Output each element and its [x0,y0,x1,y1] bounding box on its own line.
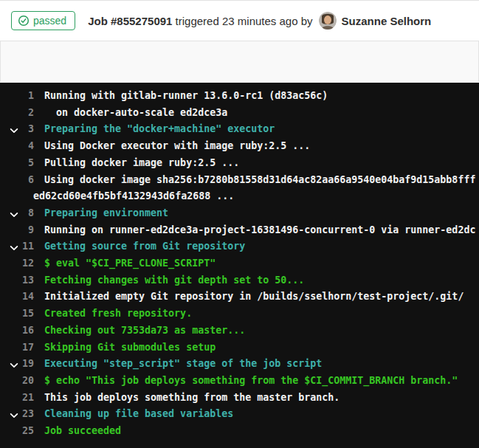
chevron-down-icon[interactable] [9,125,19,135]
status-badge-label: passed [33,14,66,27]
log-line-gutter [0,188,23,205]
line-number-link[interactable]: 23 [22,408,34,419]
line-number-link[interactable]: 3 [28,123,34,134]
log-line-text: Getting source from Git repository [34,238,245,255]
job-header: passed Job #855275091 triggered 23 minut… [0,0,479,41]
log-line: 17Skipping Git submodules setup [0,340,479,356]
status-badge[interactable]: passed [11,11,75,30]
log-line: 25Job succeeded [0,423,479,440]
log-line: 3Preparing the "docker+machine" executor [0,121,479,138]
log-line-gutter: 2 [0,105,34,122]
log-line: 20$ echo "This job deploys something fro… [0,373,479,390]
log-line-text: Pulling docker image ruby:2.5 ... [34,155,239,172]
line-number-link[interactable]: 6 [28,174,34,185]
log-line-gutter: 16 [0,323,34,340]
log-line-text: $ echo "This job deploys something from … [34,373,458,390]
log-line-text: Job succeeded [34,423,121,440]
log-line: 11Getting source from Git repository [0,238,479,255]
log-line-text: This job deploys something from the mast… [34,390,340,407]
log-line-gutter: 3 [0,121,34,138]
chevron-down-icon[interactable] [9,242,19,252]
log-line-gutter: 13 [0,272,34,289]
log-line-text: Executing "step_script" stage of the job… [34,356,322,373]
job-meta: Job #855275091 triggered 23 minutes ago … [88,12,431,30]
log-line: 1Running with gitlab-runner 13.6.0-rc1 (… [0,88,479,105]
log-line: 21This job deploys something from the ma… [0,390,479,407]
job-page: passed Job #855275091 triggered 23 minut… [0,0,479,448]
log-line: 4Using Docker executor with image ruby:2… [0,138,479,155]
status-passed-icon [18,15,30,27]
line-number-link[interactable]: 11 [22,241,34,252]
log-line-text: Checking out 7353da73 as master... [34,323,245,340]
line-number-link[interactable]: 16 [22,325,34,336]
log-line: 13Fetching changes with git depth set to… [0,272,479,289]
line-number-link[interactable]: 15 [22,308,34,319]
line-number-link[interactable]: 20 [22,375,34,386]
log-line-gutter: 25 [0,423,34,440]
log-line-gutter: 8 [0,205,34,222]
log-line-gutter: 1 [0,88,34,105]
log-line: 14Initialized empty Git repository in /b… [0,289,479,306]
line-number-link[interactable]: 9 [28,224,34,235]
log-line-gutter: 21 [0,390,34,407]
log-line: 19Executing "step_script" stage of the j… [0,356,479,373]
line-number-link[interactable]: 1 [28,90,34,101]
log-line-gutter: 19 [0,356,34,373]
log-line-text: Skipping Git submodules setup [34,340,216,356]
log-line-text: Cleaning up file based variables [34,406,233,423]
log-line-text: Initialized empty Git repository in /bui… [34,289,464,306]
line-number-link[interactable]: 2 [28,107,34,118]
user-avatar[interactable] [319,12,337,30]
user-name-link[interactable]: Suzanne Selhorn [342,15,432,27]
line-number-link[interactable]: 25 [22,425,34,436]
log-line-gutter: 15 [0,306,34,323]
log-line-text: on docker-auto-scale ed2dce3a [34,105,227,122]
log-line-text: Running with gitlab-runner 13.6.0-rc1 (d… [34,88,328,105]
log-line-text: Running on runner-ed2dce3a-project-16381… [34,222,475,239]
job-triggered-text: triggered 23 minutes ago by [176,15,313,27]
log-line: 2 on docker-auto-scale ed2dce3a [0,105,479,122]
line-number-link[interactable]: 19 [22,358,34,369]
line-number-link[interactable]: 13 [22,275,34,286]
chevron-down-icon[interactable] [9,410,19,420]
log-line: 9Running on runner-ed2dce3a-project-1638… [0,222,479,239]
log-line-text: Created fresh repository. [34,306,192,323]
line-number-link[interactable]: 8 [28,207,34,218]
line-number-link[interactable]: 17 [22,342,34,353]
log-line-gutter: 14 [0,289,34,306]
log-line: 6Using docker image sha256:b7280b81558d3… [0,172,479,189]
log-line-text: Preparing the "docker+machine" executor [34,121,275,138]
line-number-link[interactable]: 5 [28,157,34,168]
log-line: 12$ eval "$CI_PRE_CLONE_SCRIPT" [0,255,479,272]
log-line: ed62cd60e4fb5bf4132943d6fa2688 ... [0,188,479,205]
job-id: Job #855275091 [88,15,172,27]
log-controls-bar [0,41,479,82]
line-number-link[interactable]: 12 [22,258,34,269]
log-line-gutter: 12 [0,255,34,272]
log-line-gutter: 17 [0,340,34,356]
log-line-text: Fetching changes with git depth set to 5… [34,272,304,289]
log-line-gutter: 4 [0,138,34,155]
log-line-gutter: 23 [0,406,34,423]
log-line-text: Using Docker executor with image ruby:2.… [34,138,310,155]
line-number-link[interactable]: 14 [22,291,34,302]
log-line-text: ed62cd60e4fb5bf4132943d6fa2688 ... [23,188,234,205]
log-line: 15Created fresh repository. [0,306,479,323]
log-line-gutter: 6 [0,172,34,189]
chevron-down-icon[interactable] [9,209,19,219]
log-line-text: Using docker image sha256:b7280b81558d31… [34,172,475,189]
log-line: 23Cleaning up file based variables [0,406,479,423]
chevron-down-icon[interactable] [9,359,19,370]
line-number-link[interactable]: 4 [28,140,34,151]
log-line-gutter: 11 [0,238,34,255]
log-line-gutter: 9 [0,222,34,239]
log-line-text: Preparing environment [34,205,168,222]
log-line-text: $ eval "$CI_PRE_CLONE_SCRIPT" [34,255,216,272]
job-log: 1Running with gitlab-runner 13.6.0-rc1 (… [0,83,479,448]
line-number-link[interactable]: 21 [22,392,34,403]
log-line: 8Preparing environment [0,205,479,222]
log-line: 16Checking out 7353da73 as master... [0,323,479,340]
log-line: 5Pulling docker image ruby:2.5 ... [0,155,479,172]
log-line-gutter: 5 [0,155,34,172]
log-line-gutter: 20 [0,373,34,390]
